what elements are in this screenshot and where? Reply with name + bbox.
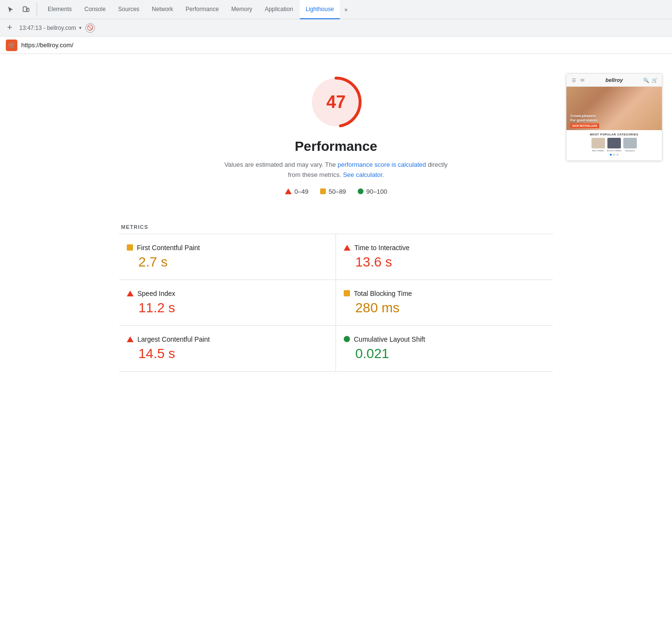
- preview-nav-left: ☰ ✉: [570, 77, 586, 83]
- metrics-title: METRICS: [119, 224, 553, 230]
- legend-red: 0–49: [285, 188, 309, 195]
- cls-indicator-icon: [344, 336, 350, 342]
- preview-cat-thumb-backpacks: [623, 138, 637, 148]
- calculator-link[interactable]: See calculator.: [343, 171, 384, 178]
- cls-value: 0.021: [344, 346, 545, 361]
- lcp-indicator-icon: [127, 336, 134, 342]
- preview-dot-2: [613, 154, 615, 156]
- metric-tti-header: Time to Interactive: [344, 244, 545, 252]
- score-legend: 0–49 50–89 90–100: [285, 188, 387, 195]
- metric-fcp: First Contentful Paint 2.7 s: [119, 234, 336, 280]
- score-gauge: 47: [307, 73, 365, 131]
- metrics-section: METRICS First Contentful Paint 2.7 s Tim…: [119, 224, 553, 372]
- new-tab-button[interactable]: +: [4, 22, 15, 34]
- devtools-nav: Elements Console Sources Network Perform…: [0, 0, 672, 19]
- no-icon-button[interactable]: 🚫: [85, 23, 95, 33]
- si-indicator-icon: [127, 291, 134, 296]
- perf-score-link[interactable]: performance score is calculated: [337, 161, 426, 168]
- preview-cat-thumb-womens: [607, 138, 621, 148]
- preview-hero-text: Crowd-pleasers.For good reason.: [570, 114, 598, 122]
- preview-cat-thumb-mens: [591, 138, 605, 148]
- preview-cat-backpacks: Backpacks: [623, 138, 637, 152]
- preview-categories: MOST POPULAR CATEGORIES Men's Wallets Wo…: [566, 130, 662, 160]
- legend-green-label: 90–100: [366, 188, 387, 195]
- svg-rect-0: [23, 7, 27, 12]
- preview-cat-label-womens: Women's Wallets: [607, 149, 622, 152]
- metric-fcp-header: First Contentful Paint: [127, 244, 328, 252]
- preview-dot-3: [617, 154, 618, 156]
- si-label: Speed Index: [137, 290, 175, 297]
- preview-dot-1: [610, 154, 612, 156]
- tab-application[interactable]: Application: [259, 0, 299, 19]
- tti-value: 13.6 s: [344, 254, 545, 270]
- url-bar: 🛒 https://bellroy.com/: [0, 37, 672, 54]
- metric-tbt: Total Blocking Time 280 ms: [336, 280, 553, 326]
- devtools-icon-group: [4, 3, 37, 16]
- legend-square-icon: [320, 188, 326, 194]
- preview-cat-title: MOST POPULAR CATEGORIES: [569, 133, 659, 136]
- tbt-value: 280 ms: [344, 300, 545, 316]
- tab-performance[interactable]: Performance: [180, 0, 225, 19]
- preview-dots: [569, 152, 659, 158]
- session-timestamp: 13:47:13 - bellroy.com: [19, 25, 76, 31]
- fcp-value: 2.7 s: [127, 254, 328, 270]
- tbt-indicator-icon: [344, 290, 350, 296]
- lighthouse-main: 47 Performance Values are estimated and …: [0, 54, 672, 488]
- preview-nav-bar: ☰ ✉ bellroy 🔍 🛒: [566, 74, 662, 87]
- legend-green: 90–100: [358, 188, 387, 195]
- preview-cat-wallets-mens: Men's Wallets: [591, 138, 605, 152]
- preview-mail-icon: ✉: [579, 77, 586, 83]
- metrics-grid: First Contentful Paint 2.7 s Time to Int…: [119, 234, 553, 372]
- tab-sources[interactable]: Sources: [112, 0, 145, 19]
- site-favicon: 🛒: [6, 40, 17, 51]
- preview-nav-right: 🔍 🛒: [643, 77, 658, 83]
- page-url: https://bellroy.com/: [21, 41, 73, 49]
- more-tabs-button[interactable]: »: [341, 0, 352, 19]
- metric-si-header: Speed Index: [127, 290, 328, 297]
- metric-tti: Time to Interactive 13.6 s: [336, 234, 553, 280]
- site-preview: ☰ ✉ bellroy 🔍 🛒 Crowd-pleasers.For good …: [566, 73, 662, 161]
- tab-elements[interactable]: Elements: [42, 0, 78, 19]
- legend-circle-icon: [358, 188, 363, 194]
- session-chevron[interactable]: ▾: [79, 25, 81, 30]
- metric-cls-header: Cumulative Layout Shift: [344, 335, 545, 343]
- svg-rect-1: [27, 8, 29, 12]
- preview-cat-label-backpacks: Backpacks: [626, 149, 635, 152]
- legend-orange: 50–89: [320, 188, 346, 195]
- preview-menu-icon: ☰: [570, 77, 577, 83]
- metric-tbt-header: Total Blocking Time: [344, 290, 545, 297]
- tab-console[interactable]: Console: [79, 0, 111, 19]
- legend-triangle-icon: [285, 188, 292, 194]
- preview-cat-items: Men's Wallets Women's Wallets Backpacks: [569, 138, 659, 152]
- preview-cart-icon: 🛒: [651, 77, 658, 83]
- lcp-label: Largest Contentful Paint: [137, 335, 210, 343]
- device-toggle-icon[interactable]: [19, 3, 33, 16]
- metric-lcp: Largest Contentful Paint 14.5 s: [119, 326, 336, 372]
- tti-indicator-icon: [344, 245, 350, 251]
- metric-si: Speed Index 11.2 s: [119, 280, 336, 326]
- perf-title: Performance: [295, 139, 377, 154]
- score-value: 47: [326, 92, 346, 112]
- tti-label: Time to Interactive: [354, 244, 410, 252]
- tab-memory[interactable]: Memory: [226, 0, 258, 19]
- lcp-value: 14.5 s: [127, 346, 328, 361]
- tab-lighthouse[interactable]: Lighthouse: [300, 0, 340, 19]
- cls-label: Cumulative Layout Shift: [354, 335, 425, 343]
- perf-description: Values are estimated and may vary. The p…: [220, 160, 452, 180]
- preview-hero-btn: SHOP BESTSELLERS: [570, 123, 599, 128]
- metric-lcp-header: Largest Contentful Paint: [127, 335, 328, 343]
- si-value: 11.2 s: [127, 300, 328, 316]
- cursor-icon[interactable]: [4, 3, 17, 16]
- desc-before: Values are estimated and may vary. The: [224, 161, 337, 168]
- tbt-label: Total Blocking Time: [354, 290, 412, 297]
- preview-cat-label-mens: Men's Wallets: [592, 149, 604, 152]
- score-section: 47 Performance Values are estimated and …: [220, 73, 452, 195]
- fcp-label: First Contentful Paint: [137, 244, 200, 252]
- preview-logo: bellroy: [605, 77, 623, 83]
- session-url-area: 13:47:13 - bellroy.com ▾: [19, 25, 81, 31]
- legend-orange-label: 50–89: [329, 188, 346, 195]
- fcp-indicator-icon: [127, 244, 133, 251]
- preview-hero: Crowd-pleasers.For good reason. SHOP BES…: [566, 87, 662, 130]
- tab-network[interactable]: Network: [146, 0, 179, 19]
- preview-search-icon: 🔍: [643, 77, 649, 83]
